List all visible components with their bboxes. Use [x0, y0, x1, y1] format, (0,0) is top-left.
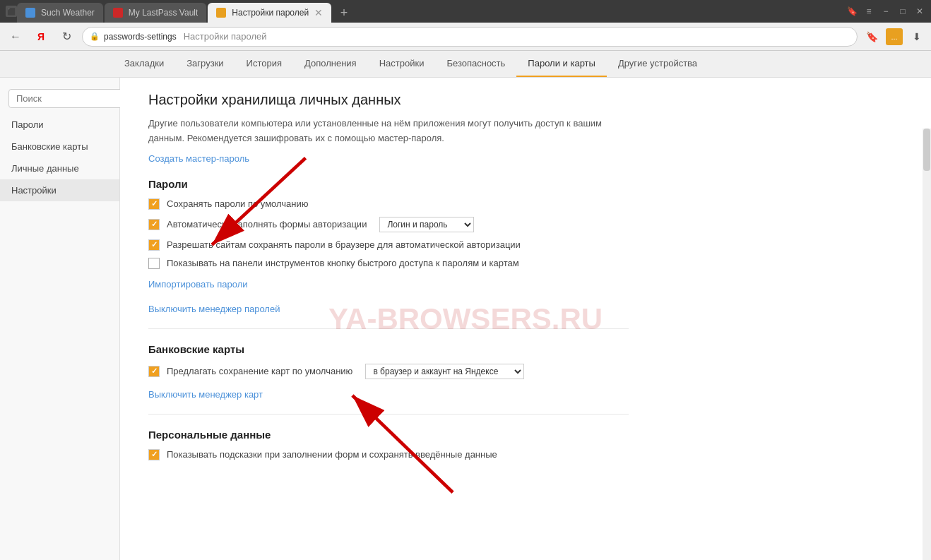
cards-dropdown[interactable]: в браузер и аккаунт на Яндексе	[365, 364, 524, 379]
tab-downloads[interactable]: Загрузки	[175, 51, 235, 77]
more-icon[interactable]: ...	[886, 28, 903, 45]
bookmark-icon[interactable]: 🔖	[846, 6, 858, 17]
bookmark-addr-icon[interactable]: 🔖	[863, 28, 880, 45]
checkmark-save-default: ✓	[151, 199, 158, 208]
checkbox-allow-sites: ✓ Разрешать сайтам сохранять пароли в бр…	[148, 239, 629, 251]
tab-settings[interactable]: Настройки паролей ✕	[208, 3, 331, 23]
cards-subsection-title: Банковские карты	[148, 343, 629, 355]
checkmark-allow-sites: ✓	[151, 240, 158, 249]
checkbox-save-cards: ✓ Предлагать сохранение карт по умолчани…	[148, 364, 629, 379]
sidebar: Пароли Банковские карты Личные данные На…	[0, 78, 120, 560]
back-button[interactable]: ←	[6, 27, 25, 47]
checkbox-autofill: ✓ Автоматически заполнять формы авториза…	[148, 217, 629, 232]
checkbox-save-cards-input[interactable]: ✓	[148, 366, 160, 377]
checkbox-allow-sites-label: Разрешать сайтам сохранять пароли в брау…	[167, 239, 521, 250]
address-bar: ← Я ↻ 🔒 passwords-settings Настройки пар…	[0, 23, 931, 51]
refresh-button[interactable]: ↻	[57, 27, 76, 47]
title-bar: ⬛ Such Weather My LastPass Vault Настрой…	[0, 0, 931, 23]
sidebar-item-settings[interactable]: Настройки	[0, 179, 119, 201]
password-links: Импортировать пароли Выключить менеджер …	[148, 279, 629, 314]
tab-favicon-settings	[216, 8, 226, 18]
checkbox-save-cards-label: Предлагать сохранение карт по умолчанию	[167, 366, 352, 376]
import-passwords-link[interactable]: Импортировать пароли	[148, 279, 629, 290]
address-right: 🔖 ... ⬇	[863, 28, 925, 45]
disable-passwords-link[interactable]: Выключить менеджер паролей	[148, 304, 629, 314]
tab-favicon-weather	[25, 8, 35, 18]
title-bar-left: ⬛	[6, 6, 17, 17]
tab-label-lastpass: My LastPass Vault	[129, 8, 198, 18]
tab-history[interactable]: История	[235, 51, 293, 77]
checkbox-save-default: ✓ Сохранять пароли по умолчанию	[148, 198, 629, 210]
maximize-button[interactable]: □	[897, 6, 908, 17]
checkbox-toolbar-btn-label: Показывать на панели инструментов кнопку…	[167, 258, 519, 268]
lock-icon: 🔒	[90, 32, 100, 41]
checkbox-toolbar-btn-input[interactable]	[148, 258, 160, 269]
minimize-button[interactable]: −	[880, 6, 891, 17]
scrollbar[interactable]	[923, 129, 931, 560]
tab-label-weather: Such Weather	[41, 8, 95, 18]
tab-label-settings: Настройки паролей	[232, 8, 309, 18]
browser-icon: ⬛	[6, 6, 17, 17]
section-title: Настройки хранилища личных данных	[148, 92, 629, 108]
close-button[interactable]: ✕	[914, 6, 925, 17]
tab-bar: Such Weather My LastPass Vault Настройки…	[17, 0, 846, 23]
scrollbar-thumb[interactable]	[923, 129, 930, 171]
tab-favicon-lastpass	[113, 8, 123, 18]
tab-bookmarks[interactable]: Закладки	[113, 51, 175, 77]
sidebar-item-personal[interactable]: Личные данные	[0, 157, 119, 179]
checkmark-save-cards: ✓	[151, 367, 158, 376]
browser-content: Пароли Банковские карты Личные данные На…	[0, 78, 931, 560]
tab-devices[interactable]: Другие устройства	[607, 51, 708, 77]
checkbox-show-hints-input[interactable]: ✓	[148, 449, 160, 460]
checkmark-autofill: ✓	[151, 220, 158, 229]
create-master-link[interactable]: Создать мастер-пароль	[148, 153, 629, 164]
menu-icon[interactable]: ≡	[863, 6, 874, 17]
browser-nav-tabs: Закладки Загрузки История Дополнения Нас…	[0, 51, 931, 78]
checkbox-autofill-input[interactable]: ✓	[148, 219, 160, 230]
tab-weather[interactable]: Such Weather	[17, 3, 103, 23]
ya-logo[interactable]: Я	[31, 27, 51, 47]
autofill-dropdown[interactable]: Логин и пароль	[379, 217, 474, 232]
sidebar-item-passwords[interactable]: Пароли	[0, 114, 119, 136]
new-tab-button[interactable]: +	[334, 3, 354, 23]
separator-1	[148, 328, 629, 329]
content-section: Настройки хранилища личных данных Другие…	[148, 92, 629, 460]
address-input[interactable]: 🔒 passwords-settings Настройки паролей	[82, 27, 858, 47]
tab-lastpass[interactable]: My LastPass Vault	[105, 3, 206, 23]
personal-subsection-title: Персональные данные	[148, 429, 629, 441]
tab-settings[interactable]: Настройки	[368, 51, 436, 77]
section-desc: Другие пользователи компьютера или устан…	[148, 117, 629, 146]
tab-close-settings[interactable]: ✕	[314, 7, 323, 18]
checkbox-allow-sites-input[interactable]: ✓	[148, 239, 160, 251]
content-panel: Настройки хранилища личных данных Другие…	[120, 78, 931, 560]
tab-passwords[interactable]: Пароли и карты	[516, 51, 607, 77]
separator-2	[148, 414, 629, 415]
checkmark-show-hints: ✓	[151, 450, 158, 459]
download-icon[interactable]: ⬇	[908, 28, 925, 45]
title-bar-controls: 🔖 ≡ − □ ✕	[846, 6, 925, 17]
checkbox-save-default-label: Сохранять пароли по умолчанию	[167, 198, 309, 209]
checkbox-save-default-input[interactable]: ✓	[148, 198, 160, 210]
checkbox-show-hints-label: Показывать подсказки при заполнении форм…	[167, 449, 497, 460]
checkbox-autofill-label: Автоматически заполнять формы авторизаци…	[167, 219, 367, 230]
checkbox-show-hints: ✓ Показывать подсказки при заполнении фо…	[148, 449, 629, 460]
passwords-subsection-title: Пароли	[148, 178, 629, 190]
cards-links: Выключить менеджер карт	[148, 389, 629, 400]
checkbox-toolbar-btn: Показывать на панели инструментов кнопку…	[148, 258, 629, 269]
address-url: passwords-settings	[104, 32, 177, 42]
disable-cards-link[interactable]: Выключить менеджер карт	[148, 389, 629, 400]
sidebar-item-bank-cards[interactable]: Банковские карты	[0, 136, 119, 157]
address-title: Настройки паролей	[184, 31, 267, 42]
tab-security[interactable]: Безопасность	[435, 51, 516, 77]
tab-addons[interactable]: Дополнения	[293, 51, 368, 77]
